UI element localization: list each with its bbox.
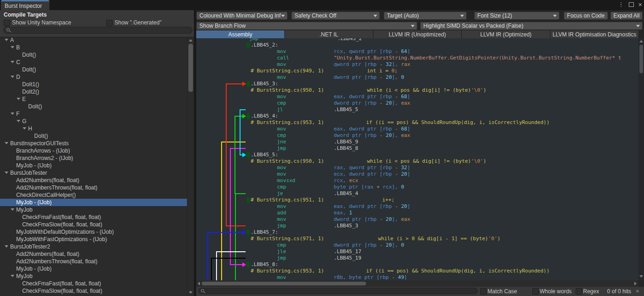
tree-item[interactable]: G: [0, 118, 187, 125]
tree-item[interactable]: MyJob: [0, 272, 187, 280]
tree-item[interactable]: B: [0, 44, 187, 51]
tree-item[interactable]: MyJobWithDefaultOptimizations - (IJob): [0, 228, 187, 236]
tree-item-label: DoIt(): [22, 66, 36, 73]
dropdown-1[interactable]: Safety Check Off: [291, 12, 380, 20]
tree-item-label: CheckFmaSlow(float, float, float): [22, 287, 102, 295]
button-1[interactable]: Expand All: [610, 12, 643, 20]
match-case-checkbox[interactable]: [480, 288, 487, 295]
code-run: .LBB45_2: [337, 38, 362, 42]
tree-item[interactable]: BurstJobTester: [0, 169, 187, 177]
dropdown-r2-1[interactable]: Highlight SIMD Scalar vs Packed (False): [420, 22, 643, 30]
tree-item[interactable]: MyJob - (IJob): [0, 199, 187, 206]
code-run: dword ptr [rbp - 20], eax: [334, 216, 410, 223]
show-generated-label: Show ".Generated": [114, 19, 162, 26]
tree-item[interactable]: BurstInspectorGUITests: [0, 140, 187, 147]
tree-item[interactable]: DoIt(): [0, 51, 187, 59]
code-run: mov: [277, 203, 286, 210]
show-unity-namespace-checkbox[interactable]: [4, 20, 10, 26]
close-icon[interactable]: ×: [638, 1, 642, 8]
expand-triangle-icon[interactable]: [11, 112, 14, 115]
tree-item[interactable]: H: [0, 125, 187, 132]
tree-scrollbar-thumb[interactable]: [188, 44, 193, 92]
tree-scrollbar[interactable]: [187, 37, 194, 296]
tree-item[interactable]: MyJob - (IJob): [0, 162, 187, 169]
tree-item[interactable]: CheckFmaFast(float, float, float): [0, 280, 187, 287]
tab-assembly[interactable]: Assembly: [196, 30, 284, 38]
tree-item[interactable]: DoIt1(): [0, 81, 187, 88]
window-controls: ⋮ ×: [618, 1, 642, 8]
tree-item[interactable]: D: [0, 73, 187, 81]
tree-item[interactable]: CheckFmaFast(float, float, float): [0, 213, 187, 221]
target-filter-input[interactable]: [3, 27, 193, 34]
expand-triangle-icon[interactable]: [17, 120, 20, 122]
tree-item[interactable]: DoIt(): [0, 103, 187, 110]
code-run: while (i < pos && dig[i] != (byte)'\0'): [367, 158, 486, 165]
expand-triangle-icon[interactable]: [23, 127, 26, 130]
code-run: je: [277, 190, 283, 197]
expand-triangle-icon[interactable]: [5, 142, 8, 144]
tab-llvm-ir-optimisation-diagnostics[interactable]: LLVM IR Optimisation Diagnostics: [550, 30, 638, 38]
tree-item[interactable]: CheckDirectCallHelper(): [0, 191, 187, 199]
close-find-icon[interactable]: ×: [636, 288, 639, 295]
code-run: .LBB45_7:: [251, 229, 278, 236]
find-input[interactable]: [198, 288, 478, 294]
tree-item[interactable]: DoIt(): [0, 66, 187, 73]
dropdown-2[interactable]: Target (Auto): [384, 12, 467, 20]
code-vscrollbar-thumb[interactable]: [639, 45, 643, 73]
tree-item[interactable]: CheckFmaSlow(float, float, float): [0, 287, 187, 295]
maximize-icon[interactable]: [629, 2, 634, 7]
expand-triangle-icon[interactable]: [5, 172, 8, 174]
tree-item[interactable]: C: [0, 59, 187, 66]
button-0[interactable]: Focus on Code: [564, 12, 608, 20]
scroll-right-icon[interactable]: [634, 282, 637, 285]
dropdown-3[interactable]: Font Size (12): [474, 12, 560, 20]
tab--net-il[interactable]: .NET IL: [285, 30, 373, 38]
window-menu-icon[interactable]: ⋮: [618, 1, 624, 8]
tree-item[interactable]: BurstJobTester2: [0, 243, 187, 250]
tree-item[interactable]: F: [0, 110, 187, 118]
code-run: .LBB45_8:: [251, 261, 278, 268]
assembly-code-view[interactable]: jmp.LBB45_2.LBB45_2:movrcx, qword ptr [r…: [196, 38, 638, 280]
tree-item-label: A: [10, 37, 14, 44]
scroll-up-icon[interactable]: [639, 40, 643, 42]
scroll-down-icon[interactable]: [639, 275, 643, 278]
expand-triangle-icon[interactable]: [11, 76, 14, 78]
code-vertical-scrollbar[interactable]: [638, 38, 644, 280]
tree-item[interactable]: MyJob - (IJob): [0, 265, 187, 272]
tree-item-label: MyJobWithFastOptimizations - (IJob): [16, 236, 107, 243]
tab-llvm-ir-unoptimized-[interactable]: LLVM IR (Unoptimized): [373, 30, 462, 38]
whole-words-checkbox[interactable]: [532, 288, 539, 295]
tree-item[interactable]: Add2NumbersThrows(float, float): [0, 258, 187, 265]
expand-triangle-icon[interactable]: [11, 275, 14, 277]
scroll-left-icon[interactable]: [198, 282, 200, 285]
tree-item[interactable]: CheckFmaSlow(float, float, float): [0, 221, 187, 228]
tree-item[interactable]: Add2Numbers(float, float): [0, 177, 187, 184]
tree-item-label: DoIt(): [22, 51, 36, 59]
expand-triangle-icon[interactable]: [11, 61, 14, 63]
dropdown-0[interactable]: Coloured With Minimal Debug Inf: [196, 12, 288, 20]
tree-item[interactable]: DoIt2(): [0, 88, 187, 95]
tree-item[interactable]: DoIt(): [0, 132, 187, 140]
expand-triangle-icon[interactable]: [17, 98, 20, 100]
tab-burst-inspector[interactable]: Burst Inspector: [1, 0, 49, 10]
expand-triangle-icon[interactable]: [5, 245, 8, 248]
show-generated-checkbox[interactable]: [106, 20, 113, 26]
tree-item[interactable]: E: [0, 95, 187, 103]
tree-item[interactable]: MyJob: [0, 206, 187, 213]
tree-item[interactable]: Add2Numbers(float, float): [0, 250, 187, 258]
tree-item[interactable]: BranchArrows2 - (IJob): [0, 154, 187, 162]
scroll-down-icon[interactable]: [189, 291, 193, 294]
expand-triangle-icon[interactable]: [5, 39, 8, 41]
code-horizontal-scrollbar[interactable]: [196, 280, 638, 287]
tree-item[interactable]: A: [0, 37, 187, 44]
code-hscrollbar-thumb[interactable]: [202, 282, 366, 285]
dropdown-r2-0[interactable]: Show Branch Flow: [196, 22, 417, 30]
tree-item[interactable]: BranchArrows - (IJob): [0, 147, 187, 154]
scroll-up-icon[interactable]: [189, 39, 193, 41]
expand-triangle-icon[interactable]: [11, 208, 14, 211]
expand-triangle-icon[interactable]: [11, 46, 14, 48]
tree-item[interactable]: Add2NumbersThrows(float, float): [0, 184, 187, 191]
tab-llvm-ir-optimized-[interactable]: LLVM IR (Optimized): [462, 30, 550, 38]
regex-checkbox[interactable]: [576, 288, 582, 295]
tree-item[interactable]: MyJobWithFastOptimizations - (IJob): [0, 236, 187, 243]
